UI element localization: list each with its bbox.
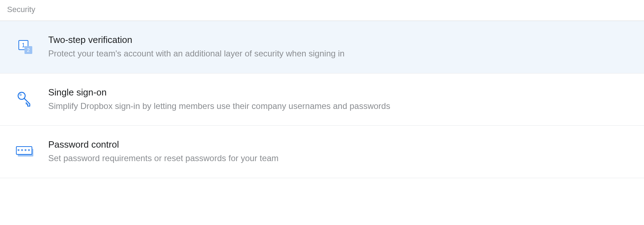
item-title: Single sign-on <box>48 87 390 98</box>
security-item-password-control[interactable]: **** Password control Set password requi… <box>0 126 644 178</box>
item-title: Password control <box>48 139 279 150</box>
two-step-verification-icon: 1 2 <box>14 36 36 58</box>
security-item-single-sign-on[interactable]: Single sign-on Simplify Dropbox sign-in … <box>0 73 644 126</box>
svg-text:2: 2 <box>27 47 30 53</box>
item-description: Set password requirements or reset passw… <box>48 152 279 164</box>
password-icon: **** <box>14 141 36 163</box>
item-description: Simplify Dropbox sign-in by letting memb… <box>48 100 390 112</box>
key-icon <box>14 88 36 110</box>
svg-point-5 <box>20 93 22 96</box>
item-title: Two-step verification <box>48 34 345 45</box>
security-item-two-step-verification[interactable]: 1 2 Two-step verification Protect your t… <box>0 21 644 73</box>
item-description: Protect your team's account with an addi… <box>48 48 345 60</box>
svg-text:****: **** <box>17 148 31 153</box>
section-header: Security <box>0 0 644 21</box>
